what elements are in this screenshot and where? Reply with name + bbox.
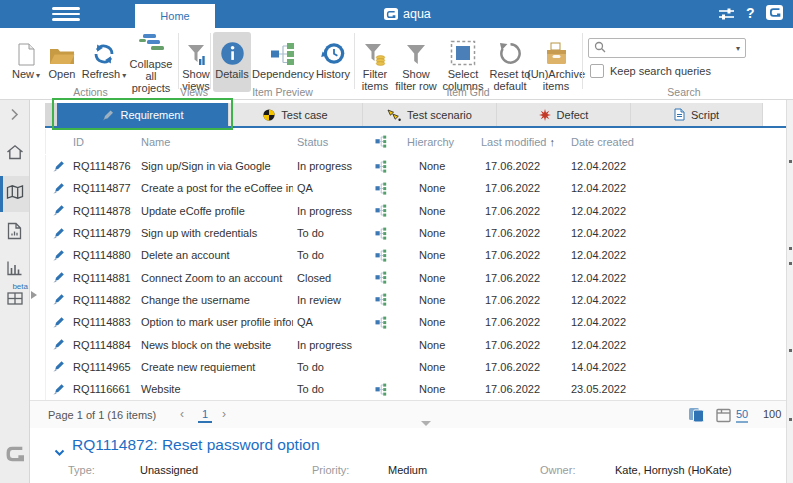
sidebar-item-reports[interactable] [0, 222, 29, 240]
button-label: Open [49, 68, 76, 80]
dependency-button[interactable]: Dependency [252, 32, 314, 92]
cell-last-modified: 17.06.2022 [473, 182, 565, 194]
scroll-marker [789, 262, 792, 265]
table-row[interactable]: RQ1114881Connect Zoom to an accountClose… [46, 266, 786, 288]
group-label-search: Search [584, 86, 784, 98]
title-bar: Home aqua ? [0, 0, 793, 28]
scrollbar-strip[interactable] [786, 100, 793, 483]
tab-script[interactable]: Script [631, 103, 762, 126]
select-columns-icon [450, 32, 476, 68]
aqua-sidebar-logo-icon [0, 445, 29, 463]
button-label: Details [215, 68, 249, 80]
page-size-50[interactable]: 50 [736, 408, 748, 423]
cell-status: QA [293, 182, 363, 194]
tab-test-case[interactable]: Test case [229, 103, 362, 126]
show-views-button[interactable]: Show views [181, 32, 211, 92]
select-columns-button[interactable]: Select columns [440, 32, 486, 92]
new-button[interactable]: New▾ [8, 32, 44, 92]
group-label-item-preview: Item Preview [213, 86, 352, 98]
filter-items-button[interactable]: Filter items [358, 32, 392, 92]
search-input-box[interactable]: ▾ [588, 38, 746, 58]
page-size-100[interactable]: 100 [763, 408, 781, 420]
dependency-icon [363, 182, 399, 195]
menu-tab-home[interactable]: Home [135, 4, 215, 28]
home-icon [6, 144, 24, 160]
collapse-chevron-icon[interactable] [54, 443, 65, 461]
sort-ascending-icon: ↑ [549, 136, 555, 148]
splitter-handle-icon[interactable] [421, 421, 431, 426]
next-page-icon[interactable]: › [222, 407, 226, 421]
requirement-icon [46, 204, 71, 217]
dependency-icon [363, 383, 399, 396]
app-title: aqua [403, 7, 431, 21]
cell-status: In progress [293, 339, 363, 351]
ribbon-toolbar: New▾ Open Refresh▾ Collapse all projects… [0, 28, 793, 100]
cell-status: To do [293, 383, 363, 395]
cell-status: In progress [293, 205, 363, 217]
field-value-type: Unassigned [140, 464, 198, 476]
show-filter-row-button[interactable]: Show filter row [393, 32, 439, 92]
aqua-window-icon[interactable] [766, 5, 783, 20]
table-row[interactable]: RQ1114883Option to mark user profile inf… [46, 311, 786, 333]
table-row[interactable]: RQ1116661WebsiteTo doNone17.06.202223.05… [46, 378, 786, 400]
table-row[interactable]: RQ1114879Sign up with credentialsTo doNo… [46, 222, 786, 244]
cell-name: Create new requiement [135, 361, 293, 373]
sidebar-item-projects[interactable] [0, 184, 29, 200]
help-icon[interactable]: ? [746, 5, 755, 21]
column-header-dependency-icon[interactable] [363, 135, 399, 148]
table-row[interactable]: RQ1114965Create new requiementTo doNone1… [46, 356, 786, 378]
cell-date-created: 12.04.2022 [565, 205, 675, 217]
unarchive-items-button[interactable]: (Un)Archive items [532, 32, 580, 92]
cell-last-modified: 17.06.2022 [473, 272, 565, 284]
hamburger-menu-icon[interactable] [52, 7, 80, 21]
sidebar-item-home[interactable] [0, 144, 29, 160]
table-row[interactable]: RQ1114882Change the usernameIn reviewNon… [46, 289, 786, 311]
tab-defect[interactable]: Defect [497, 103, 630, 126]
history-button[interactable]: History [314, 32, 352, 92]
table-header[interactable]: ID Name Status Hierarchy Last modified↑ … [45, 129, 786, 154]
collapse-all-projects-button[interactable]: Collapse all projects [126, 32, 176, 92]
table-body: RQ1114876Sign up/Sign in via GoogleIn pr… [45, 155, 786, 400]
table-row[interactable]: RQ1114880Delete an accountTo doNone17.06… [46, 244, 786, 266]
previous-page-icon[interactable]: ‹ [180, 407, 184, 421]
settings-sliders-icon[interactable] [718, 7, 735, 25]
column-header-date-created[interactable]: Date created [565, 136, 675, 148]
cell-id: RQ1114883 [71, 316, 135, 328]
details-button[interactable]: Details [213, 32, 251, 92]
open-button[interactable]: Open [45, 32, 79, 92]
keep-search-queries-checkbox[interactable] [590, 64, 604, 78]
table-row[interactable]: RQ1114877Create a post for the eCoffee i… [46, 177, 786, 199]
table-row[interactable]: RQ1114876Sign up/Sign in via GoogleIn pr… [46, 155, 786, 177]
copy-pages-icon[interactable] [688, 407, 705, 425]
table-row[interactable]: RQ1114884News block on the websiteIn pro… [46, 333, 786, 355]
panel-expand-arrow-icon[interactable] [31, 291, 37, 299]
column-header-id[interactable]: ID [71, 136, 135, 148]
info-icon [220, 32, 245, 68]
ribbon-separator [178, 33, 179, 89]
cell-hierarchy: None [399, 160, 473, 172]
archive-view-icon[interactable] [716, 408, 731, 425]
column-header-status[interactable]: Status [293, 136, 363, 148]
table-row[interactable]: RQ1114878Update eCoffe profileIn progres… [46, 200, 786, 222]
cell-status: Closed [293, 272, 363, 284]
cell-status: QA [293, 316, 363, 328]
search-input[interactable] [610, 41, 736, 55]
item-detail-panel: RQ1114872: Reset password option Type: U… [30, 428, 786, 483]
sidebar-expand-chevron-icon[interactable] [0, 108, 29, 121]
field-label-owner: Owner: [540, 464, 575, 476]
sidebar-item-analytics[interactable] [0, 260, 29, 276]
cell-id: RQ1114882 [71, 294, 135, 306]
search-dropdown-caret-icon[interactable]: ▾ [736, 44, 740, 53]
column-header-hierarchy[interactable]: Hierarchy [399, 136, 473, 148]
refresh-button[interactable]: Refresh▾ [80, 32, 128, 92]
page-number-button[interactable]: 1 [198, 408, 212, 423]
keep-search-queries-option[interactable]: Keep search queries [590, 64, 711, 78]
filter-items-icon [364, 32, 386, 68]
column-header-last-modified[interactable]: Last modified↑ [473, 136, 565, 148]
sidebar-item-grid-beta[interactable] [0, 292, 29, 305]
cell-hierarchy: None [399, 227, 473, 239]
column-header-name[interactable]: Name [135, 136, 293, 148]
tab-test-scenario[interactable]: Test scenario [363, 103, 496, 126]
field-value-owner: Kate, Hornysh (HoKate) [615, 464, 732, 476]
script-icon [674, 108, 685, 121]
